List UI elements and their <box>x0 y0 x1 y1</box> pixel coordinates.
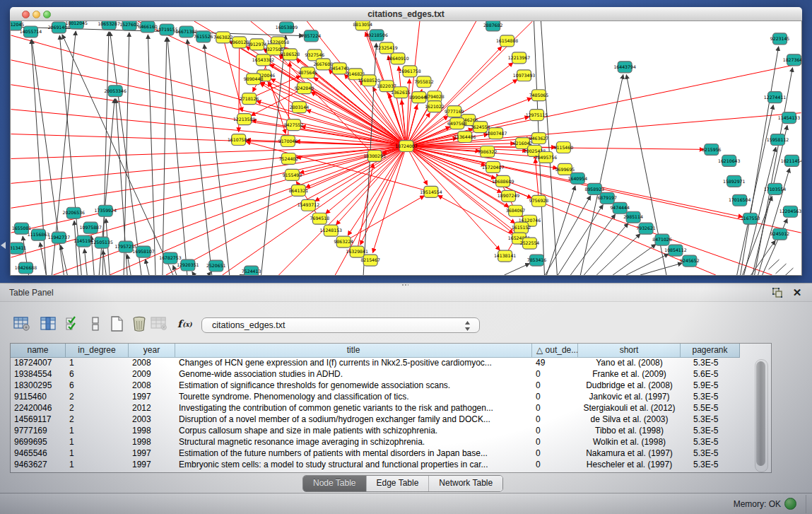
table-cell[interactable]: Estimation of significance thresholds fo… <box>175 380 532 392</box>
graph-edge[interactable] <box>173 265 177 275</box>
graph-edge[interactable] <box>741 47 779 275</box>
table-cell[interactable]: 2008 <box>129 380 175 392</box>
graph-edge[interactable] <box>613 245 656 275</box>
network-window-titlebar[interactable]: citations_edges.txt <box>10 7 802 21</box>
graph-node[interactable]: 1362615 <box>391 87 411 98</box>
graph-edge[interactable] <box>751 240 776 275</box>
table-cell[interactable]: 9463627 <box>11 460 66 471</box>
scrollbar-thumb[interactable] <box>756 361 765 466</box>
graph-edge[interactable] <box>406 146 772 275</box>
delete-column-button[interactable] <box>130 315 148 333</box>
graph-node[interactable]: 16961758 <box>399 66 420 77</box>
graph-node[interactable]: 8427552 <box>284 119 304 131</box>
table-cell[interactable]: Changes of HCN gene expression and I(f) … <box>175 358 532 369</box>
table-cell[interactable]: 0 <box>532 380 578 392</box>
graph-node[interactable]: 7986322 <box>478 146 498 158</box>
graph-node[interactable]: 19218506 <box>365 30 387 41</box>
graph-edge[interactable] <box>208 271 211 275</box>
graph-node[interactable]: 2522554 <box>520 238 540 249</box>
graph-node[interactable]: 14138141 <box>494 250 516 262</box>
graph-node[interactable]: 12505135 <box>90 237 112 248</box>
graph-edge[interactable] <box>11 110 406 146</box>
graph-edge[interactable] <box>505 264 530 275</box>
graph-node[interactable]: 11454133 <box>778 112 800 124</box>
graph-edge[interactable] <box>279 146 406 275</box>
graph-edge[interactable] <box>753 125 787 275</box>
graph-edge[interactable] <box>84 249 87 275</box>
graph-node[interactable]: 8960128 <box>230 37 249 48</box>
table-cell[interactable]: 5.6E-5 <box>681 369 740 380</box>
graph-node[interactable]: 7524413 <box>242 266 261 275</box>
table-cell[interactable]: 19384554 <box>11 369 66 380</box>
table-cell[interactable]: 1997 <box>129 392 175 403</box>
graph-node[interactable]: 1527602 <box>119 21 139 30</box>
graph-node[interactable]: 17359924 <box>94 205 116 216</box>
graph-node[interactable]: 2985114 <box>623 211 643 223</box>
graph-node[interactable]: 9863224 <box>334 236 353 247</box>
table-cell[interactable]: Investigating the contribution of common… <box>175 403 532 414</box>
table-cell[interactable]: 2012 <box>129 403 175 414</box>
table-cell[interactable]: Disruption of a novel member of a sodium… <box>175 414 532 426</box>
graph-node[interactable]: 8471026 <box>652 234 672 245</box>
row-format-button[interactable] <box>86 315 105 333</box>
graph-node[interactable]: 9777169 <box>445 106 464 117</box>
table-cell[interactable]: 1998 <box>129 426 175 437</box>
graph-node[interactable]: 9223145 <box>770 33 790 45</box>
graph-node[interactable]: 11248153 <box>320 225 342 236</box>
graph-node[interactable]: 7615526 <box>194 31 213 42</box>
table-cell[interactable]: 1998 <box>129 437 175 448</box>
table-cell[interactable]: 5.3E-5 <box>681 426 740 437</box>
table-cell[interactable]: 1997 <box>129 448 175 460</box>
graph-edge[interactable] <box>11 85 406 146</box>
graph-node[interactable]: 10426688 <box>15 262 37 274</box>
graph-edge[interactable] <box>127 255 131 275</box>
graph-node[interactable]: 9170046 <box>278 136 298 147</box>
table-cell[interactable]: 5.3E-5 <box>681 460 740 471</box>
table-cell[interactable]: 1 <box>66 448 129 460</box>
tab-edge-table[interactable]: Edge Table <box>367 476 430 491</box>
graph-edge[interactable] <box>11 146 406 233</box>
table-cell[interactable]: 5.9E-5 <box>681 380 740 392</box>
function-builder-button[interactable]: f (x) <box>175 315 198 333</box>
column-header-pagerank[interactable]: pagerank <box>681 344 740 358</box>
table-cell[interactable]: 1 <box>66 358 129 369</box>
table-cell[interactable]: 5.3E-5 <box>681 392 740 403</box>
graph-node[interactable]: 18640910 <box>387 53 408 64</box>
table-cell[interactable]: 22420046 <box>11 403 66 414</box>
table-row[interactable]: 911546021997Tourette syndrome. Phenomeno… <box>11 392 771 403</box>
table-cell[interactable]: Tourette syndrome. Phenomenology and cla… <box>175 392 532 403</box>
graph-node[interactable]: 8813054 <box>353 21 372 30</box>
graph-node[interactable]: 10973493 <box>513 70 535 81</box>
table-cell[interactable]: Yano et al. (2008) <box>578 358 681 369</box>
show-column-button[interactable] <box>39 315 57 333</box>
table-row[interactable]: 1938455462009Genome-wide association stu… <box>11 369 771 380</box>
table-row[interactable]: 946362711997Embryonic stem cells: a mode… <box>11 460 771 471</box>
table-cell[interactable]: 9777169 <box>11 426 66 437</box>
table-cell[interactable]: 0 <box>532 392 578 403</box>
table-cell[interactable]: 1 <box>66 437 129 448</box>
table-cell[interactable]: Embryonic stem cells: a model to study s… <box>175 460 532 471</box>
graph-edge[interactable] <box>769 259 779 269</box>
graph-node[interactable]: 9756928 <box>529 195 549 206</box>
table-cell[interactable]: 2 <box>66 414 129 426</box>
table-row[interactable]: 969969511998Structural magnetic resonanc… <box>11 437 771 448</box>
graph-edge[interactable] <box>192 271 194 275</box>
graph-node[interactable]: 16053809 <box>276 22 298 33</box>
graph-node[interactable]: 16443794 <box>613 62 635 73</box>
table-cell[interactable]: 5.5E-5 <box>681 403 740 414</box>
table-cell[interactable]: 0 <box>532 414 578 426</box>
graph-node[interactable]: 1640954 <box>568 173 588 184</box>
graph-node[interactable]: 1615152 <box>512 222 531 233</box>
graph-edge[interactable] <box>580 75 623 275</box>
select-columns-button[interactable] <box>64 315 82 333</box>
graph-edge[interactable] <box>596 234 640 275</box>
column-header-in_degree[interactable]: in_degree <box>66 344 129 358</box>
close-panel-icon[interactable]: ✕ <box>791 286 804 299</box>
graph-node[interactable]: 12274411 <box>764 92 786 103</box>
table-cell[interactable]: 2008 <box>129 358 175 369</box>
delete-table-button[interactable] <box>150 315 168 333</box>
table-cell[interactable]: 0 <box>532 448 578 460</box>
collapse-panel-arrow-icon[interactable] <box>1 242 6 249</box>
table-cell[interactable]: Corpus callosum shape and size in male p… <box>175 426 532 437</box>
table-cell[interactable]: 14569117 <box>11 414 66 426</box>
